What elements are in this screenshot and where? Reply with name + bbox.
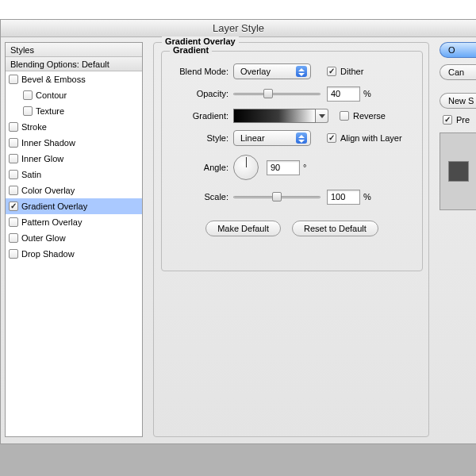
angle-input[interactable]: 90: [267, 160, 300, 175]
gradient-inner-group: Gradient Blend Mode: Overlay Dither: [161, 51, 423, 271]
styles-item-label: Gradient Overlay: [21, 198, 87, 214]
new-style-button[interactable]: New S: [440, 93, 476, 109]
styles-item-label: Inner Shadow: [21, 135, 75, 151]
dialog-buttons: O Can New S Pre: [440, 42, 476, 437]
styles-item-gradient-overlay[interactable]: Gradient Overlay: [6, 198, 142, 214]
styles-item-label: Texture: [36, 103, 64, 119]
scale-input[interactable]: 100: [327, 190, 360, 205]
styles-item-texture[interactable]: Texture: [6, 103, 142, 119]
styles-header[interactable]: Styles: [6, 43, 142, 57]
blending-options-header[interactable]: Blending Options: Default: [6, 57, 142, 71]
styles-item-label: Bevel & Emboss: [21, 71, 86, 87]
checkbox-icon: [340, 111, 349, 121]
checkbox-icon[interactable]: [9, 154, 18, 163]
scale-slider[interactable]: [233, 191, 321, 202]
angle-dial[interactable]: [233, 155, 259, 180]
blend-mode-label: Blend Mode:: [162, 67, 233, 76]
checkbox-icon[interactable]: [9, 233, 18, 243]
make-default-button[interactable]: Make Default: [205, 221, 281, 236]
preview-swatch: [448, 161, 469, 182]
gradient-overlay-group: Gradient Overlay Gradient Blend Mode: Ov…: [153, 42, 429, 437]
styles-item-label: Inner Glow: [21, 151, 63, 167]
checkbox-icon: [327, 133, 336, 143]
checkbox-icon: [443, 115, 452, 125]
styles-item-contour[interactable]: Contour: [6, 87, 142, 103]
checkbox-icon[interactable]: [9, 217, 18, 227]
styles-item-label: Satin: [21, 167, 41, 182]
gradient-dropdown[interactable]: [316, 109, 328, 123]
blend-mode-select[interactable]: Overlay: [233, 63, 311, 79]
checkbox-icon[interactable]: [9, 249, 18, 259]
opacity-slider[interactable]: [233, 88, 321, 99]
checkbox-icon[interactable]: [9, 170, 18, 179]
align-with-layer-checkbox[interactable]: Align with Layer: [327, 133, 402, 143]
styles-item-label: Drop Shadow: [21, 246, 75, 262]
checkbox-icon[interactable]: [9, 202, 18, 211]
percent-unit: %: [363, 89, 371, 98]
styles-item-outer-glow[interactable]: Outer Glow: [6, 230, 142, 246]
preview-box: [440, 132, 476, 210]
preview-checkbox[interactable]: Pre: [440, 115, 476, 125]
styles-item-inner-glow[interactable]: Inner Glow: [6, 151, 142, 167]
angle-label: Angle:: [162, 163, 233, 172]
window-title: Layer Style: [1, 20, 476, 37]
inner-group-title: Gradient: [170, 45, 212, 55]
layer-style-window: Layer Style Styles Blending Options: Def…: [0, 19, 476, 444]
degree-unit: °: [303, 163, 306, 172]
styles-item-label: Pattern Overlay: [21, 214, 82, 230]
checkbox-icon[interactable]: [23, 90, 33, 100]
ok-button[interactable]: O: [440, 42, 476, 58]
style-select[interactable]: Linear: [233, 130, 311, 146]
opacity-label: Opacity:: [162, 89, 233, 98]
styles-item-bevel-emboss[interactable]: Bevel & Emboss: [6, 71, 142, 87]
styles-item-inner-shadow[interactable]: Inner Shadow: [6, 135, 142, 151]
styles-item-pattern-overlay[interactable]: Pattern Overlay: [6, 214, 142, 230]
styles-item-satin[interactable]: Satin: [6, 167, 142, 182]
styles-item-color-overlay[interactable]: Color Overlay: [6, 182, 142, 198]
checkbox-icon[interactable]: [23, 106, 33, 116]
styles-item-label: Contour: [36, 87, 67, 103]
checkbox-icon: [327, 67, 336, 76]
checkbox-icon[interactable]: [9, 186, 18, 195]
reverse-checkbox[interactable]: Reverse: [340, 111, 386, 121]
styles-item-label: Outer Glow: [21, 230, 66, 246]
reset-to-default-button[interactable]: Reset to Default: [292, 221, 378, 236]
scale-label: Scale:: [162, 192, 233, 202]
checkbox-icon[interactable]: [9, 138, 18, 148]
style-label: Style:: [162, 133, 233, 143]
styles-panel: Styles Blending Options: Default Bevel &…: [5, 42, 143, 437]
styles-item-stroke[interactable]: Stroke: [6, 119, 142, 135]
gradient-swatch[interactable]: [233, 109, 316, 123]
gradient-label: Gradient:: [162, 111, 233, 121]
checkbox-icon[interactable]: [9, 122, 18, 132]
opacity-input[interactable]: 40: [327, 86, 360, 102]
dither-checkbox[interactable]: Dither: [327, 67, 363, 76]
styles-item-label: Color Overlay: [21, 182, 75, 198]
styles-item-label: Stroke: [21, 119, 47, 135]
checkbox-icon[interactable]: [9, 75, 18, 84]
styles-item-drop-shadow[interactable]: Drop Shadow: [6, 246, 142, 262]
cancel-button[interactable]: Can: [440, 64, 476, 80]
percent-unit: %: [363, 192, 371, 202]
